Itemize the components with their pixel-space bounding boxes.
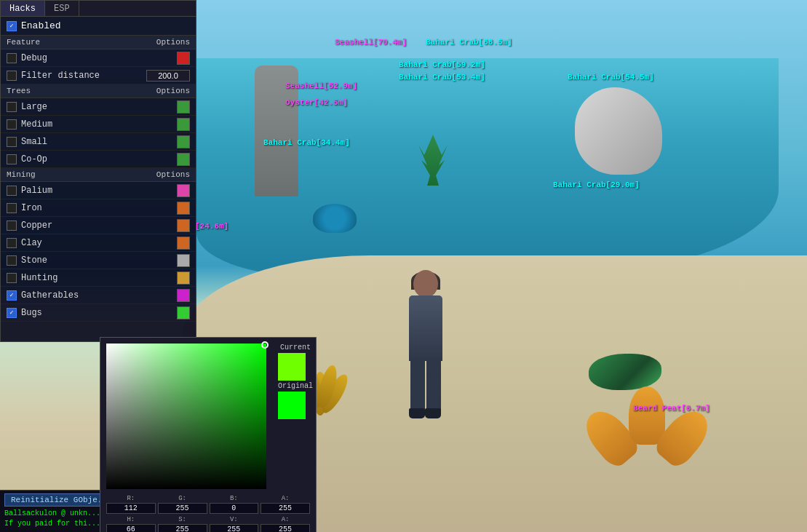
flower-plant — [603, 386, 691, 474]
trees-header-left: Trees — [7, 87, 31, 95]
beard-peat-creature — [589, 354, 661, 390]
clay-color-swatch[interactable] — [177, 237, 190, 250]
tree-row-medium: Medium — [1, 116, 196, 133]
a-label: A: — [282, 495, 290, 502]
gatherables-checkbox[interactable] — [7, 290, 17, 301]
color-picker-popup: Current Original R: G: B: A: H: — [100, 337, 317, 532]
char-leg-left — [410, 357, 425, 416]
features-header: Feature Options — [1, 36, 196, 49]
current-swatch — [278, 353, 306, 381]
color-gradient-box[interactable] — [106, 344, 266, 489]
input-group-a2: A: — [261, 516, 310, 532]
palium-checkbox[interactable] — [7, 186, 17, 196]
mining-row-copper: Copper — [1, 217, 196, 234]
debug-color-swatch[interactable] — [177, 52, 190, 65]
stone-color-swatch[interactable] — [177, 254, 190, 267]
features-header-left: Feature — [7, 38, 40, 47]
stone-label: Stone — [21, 255, 172, 266]
small-checkbox[interactable] — [7, 137, 17, 147]
iron-color-swatch[interactable] — [177, 202, 190, 215]
enabled-label: Enabled — [21, 20, 61, 31]
tree-row-coop: Co-Op — [1, 151, 196, 168]
debug-checkbox[interactable] — [7, 53, 17, 63]
clay-checkbox[interactable] — [7, 238, 17, 248]
picker-handle[interactable] — [261, 341, 269, 349]
stone-checkbox[interactable] — [7, 255, 17, 266]
medium-color-swatch[interactable] — [177, 118, 190, 131]
b-input[interactable] — [210, 503, 259, 514]
bugs-checkbox[interactable] — [7, 308, 17, 318]
tab-esp[interactable]: ESP — [45, 1, 79, 16]
copper-checkbox[interactable] — [7, 221, 17, 231]
char-boot-right — [425, 408, 441, 418]
g-input[interactable] — [158, 503, 207, 514]
feature-row-debug: Debug — [1, 49, 196, 67]
original-label: Original — [278, 382, 313, 390]
bugs-color-swatch[interactable] — [177, 306, 190, 319]
large-label: Large — [21, 102, 172, 112]
v-label: V: — [230, 516, 238, 523]
filter-dist-input[interactable] — [146, 70, 190, 82]
g-label: G: — [178, 495, 186, 502]
esp-label-seashell1: Seashell[70.4m] — [335, 38, 407, 47]
palium-label: Palium — [21, 186, 172, 196]
copper-label: Copper — [21, 221, 172, 231]
hunting-checkbox[interactable] — [7, 273, 17, 283]
mining-row-iron: Iron — [1, 199, 196, 217]
hsva-inputs: H: S: V: A: — [106, 516, 310, 532]
gatherables-color-swatch[interactable] — [177, 289, 190, 302]
hunting-color-swatch[interactable] — [177, 271, 190, 285]
large-checkbox[interactable] — [7, 102, 17, 112]
v-input[interactable] — [210, 524, 259, 532]
esp-label-crab1: Bahari Crab[68.5m] — [426, 38, 512, 47]
color-swatches: Current Original — [278, 344, 313, 489]
small-color-swatch[interactable] — [177, 135, 190, 148]
feature-row-filter-dist: Filter distance — [1, 67, 196, 84]
input-group-v: V: — [210, 516, 259, 532]
a-input[interactable] — [261, 503, 310, 514]
s-input[interactable] — [158, 524, 207, 532]
coop-color-swatch[interactable] — [177, 153, 190, 166]
copper-color-swatch[interactable] — [177, 219, 190, 232]
mining-header-right: Options — [156, 170, 190, 179]
medium-checkbox[interactable] — [7, 119, 17, 130]
coop-checkbox[interactable] — [7, 154, 17, 164]
mining-row-clay: Clay — [1, 234, 196, 252]
input-group-h: H: — [106, 516, 156, 532]
original-swatch — [278, 392, 306, 419]
r-input[interactable] — [106, 503, 156, 514]
iron-checkbox[interactable] — [7, 203, 17, 213]
trees-header-right: Options — [156, 87, 190, 95]
gatherables-label: Gatherables — [21, 290, 172, 301]
filter-dist-checkbox[interactable] — [7, 71, 17, 81]
enabled-checkbox[interactable] — [7, 21, 17, 31]
char-head — [413, 270, 438, 298]
a2-label: A: — [282, 516, 290, 523]
main-panel: Hacks ESP Enabled Feature Options Debug … — [0, 0, 196, 342]
input-group-s: S: — [158, 516, 207, 532]
coop-label: Co-Op — [21, 154, 172, 164]
a2-input[interactable] — [261, 524, 310, 532]
input-group-r: R: — [106, 495, 156, 514]
r-label: R: — [127, 495, 135, 502]
other-row-gatherables: Gatherables — [1, 287, 196, 304]
palium-color-swatch[interactable] — [177, 184, 190, 197]
s-label: S: — [178, 516, 186, 523]
char-boot-left — [409, 408, 425, 418]
debug-label: Debug — [21, 53, 172, 63]
filter-dist-label: Filter distance — [21, 71, 142, 81]
input-group-a: A: — [261, 495, 310, 514]
input-group-b: B: — [210, 495, 259, 514]
tab-hacks[interactable]: Hacks — [1, 1, 45, 16]
mining-header: Mining Options — [1, 168, 196, 182]
tree-row-large: Large — [1, 98, 196, 116]
mining-row-palium: Palium — [1, 182, 196, 199]
rgba-inputs: R: G: B: A: — [106, 495, 310, 514]
tree-row-small: Small — [1, 133, 196, 151]
h-input[interactable] — [106, 524, 156, 532]
small-label: Small — [21, 137, 172, 147]
large-color-swatch[interactable] — [177, 100, 190, 114]
hunting-label: Hunting — [21, 273, 172, 283]
h-label: H: — [127, 516, 135, 523]
mining-row-stone: Stone — [1, 252, 196, 269]
